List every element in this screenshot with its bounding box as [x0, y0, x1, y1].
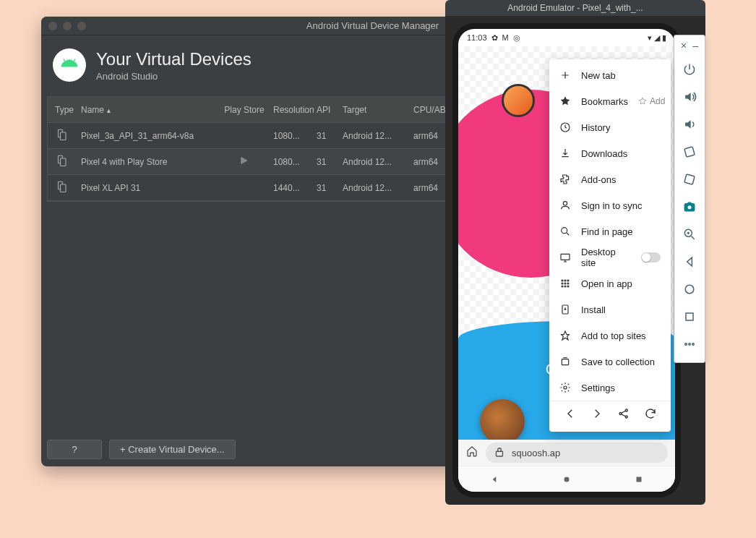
plus-icon	[559, 69, 571, 81]
device-type-icon	[48, 128, 77, 143]
gear-status-icon: ✿	[491, 33, 498, 43]
phone-frame: 11:03 ✿ M ◎ ▾ ◢ ▮ Or try	[458, 29, 675, 492]
menu-top-sites[interactable]: Add to top sites	[549, 323, 671, 349]
screenshot-button[interactable]	[674, 193, 705, 221]
svg-point-24	[625, 416, 627, 418]
share-icon[interactable]	[617, 407, 630, 423]
back-button[interactable]	[674, 248, 705, 276]
menu-addons[interactable]: Add-ons	[549, 166, 671, 192]
target: Android 12...	[338, 157, 409, 167]
install-icon	[559, 304, 571, 315]
menu-history[interactable]: History	[549, 114, 671, 140]
menu-settings[interactable]: Settings	[549, 375, 671, 401]
svg-point-21	[564, 386, 567, 389]
lock-icon	[493, 445, 506, 461]
svg-rect-20	[562, 359, 568, 365]
svg-point-22	[619, 413, 622, 415]
nav-home-icon[interactable]	[562, 474, 572, 484]
power-button[interactable]	[674, 56, 705, 83]
sample-thumbnail[interactable]	[480, 399, 525, 440]
circle-status-icon: ◎	[513, 33, 520, 43]
menu-desktop-site[interactable]: Desktop site	[549, 244, 671, 270]
puzzle-icon	[559, 174, 571, 185]
close-emulator-icon[interactable]: ×	[681, 40, 687, 51]
address-bar[interactable]: squoosh.ap	[486, 443, 668, 463]
resolution: 1440...	[269, 183, 314, 193]
nav-back-icon[interactable]	[489, 474, 499, 484]
minimize-icon[interactable]	[63, 22, 72, 30]
maximize-icon[interactable]	[77, 22, 86, 30]
grid-icon	[559, 278, 571, 289]
menu-collection[interactable]: Save to collection	[549, 349, 671, 375]
device-type-icon	[48, 154, 77, 169]
svg-point-33	[685, 285, 694, 294]
svg-rect-3	[61, 158, 66, 166]
svg-rect-9	[561, 254, 570, 260]
col-resolution[interactable]: Resolution	[269, 105, 314, 115]
volume-up-button[interactable]	[674, 83, 705, 111]
svg-point-18	[567, 286, 569, 287]
svg-point-11	[564, 280, 566, 281]
create-device-button[interactable]: + Create Virtual Device...	[109, 440, 236, 459]
page-title: Your Virtual Devices	[96, 49, 252, 69]
svg-rect-27	[637, 477, 642, 482]
svg-point-12	[567, 280, 569, 281]
star-icon	[559, 95, 571, 107]
play-store-icon	[220, 155, 269, 168]
more-button[interactable]	[674, 330, 705, 358]
avd-footer: ? + Create Virtual Device...	[47, 440, 236, 459]
col-type[interactable]: Type	[48, 105, 77, 115]
help-button[interactable]: ?	[47, 440, 102, 459]
pin-icon	[559, 330, 571, 341]
api-level: 31	[314, 183, 338, 193]
desktop-toggle[interactable]	[641, 252, 661, 262]
svg-point-8	[562, 228, 567, 234]
resolution: 1080...	[269, 157, 314, 167]
gear-icon	[559, 382, 571, 393]
col-target[interactable]: Target	[338, 105, 409, 115]
rotate-left-button[interactable]	[674, 138, 705, 166]
reload-icon[interactable]	[644, 407, 657, 423]
url-text: squoosh.ap	[512, 448, 560, 458]
url-bar: squoosh.ap	[458, 440, 675, 466]
menu-bookmarks[interactable]: BookmarksAdd	[549, 88, 671, 114]
col-name[interactable]: Name▲	[77, 105, 220, 115]
page-subtitle: Android Studio	[96, 71, 252, 82]
device-name: Pixel_3a_API_31_arm64-v8a	[77, 131, 220, 141]
avatar[interactable]	[502, 84, 535, 117]
zoom-button[interactable]	[674, 221, 705, 248]
svg-point-10	[562, 280, 563, 281]
wifi-icon: ▾	[648, 33, 652, 43]
home-icon[interactable]	[465, 445, 478, 461]
resolution: 1080...	[269, 131, 314, 141]
menu-find[interactable]: Find in page	[549, 218, 671, 244]
signal-icon: ◢	[654, 33, 660, 43]
target: Android 12...	[338, 131, 409, 141]
svg-point-15	[567, 283, 569, 284]
forward-icon[interactable]	[590, 407, 603, 423]
add-bookmark[interactable]: Add	[638, 96, 665, 106]
api-level: 31	[314, 131, 338, 141]
device-type-icon	[48, 180, 77, 195]
minimize-emulator-icon[interactable]: –	[692, 40, 698, 51]
rotate-right-button[interactable]	[674, 166, 705, 193]
status-bar: 11:03 ✿ M ◎ ▾ ◢ ▮	[458, 29, 675, 46]
svg-point-23	[625, 409, 627, 411]
nav-recent-icon[interactable]	[634, 474, 644, 484]
volume-down-button[interactable]	[674, 111, 705, 138]
menu-signin[interactable]: Sign in to sync	[549, 192, 671, 218]
home-button[interactable]	[674, 276, 705, 303]
svg-rect-1	[61, 132, 66, 140]
browser-menu: New tab BookmarksAdd History Downloads A…	[549, 59, 671, 432]
svg-point-14	[564, 283, 566, 284]
menu-install[interactable]: Install	[549, 296, 671, 323]
emulator-titlebar: Android Emulator - Pixel_4_with_...	[445, 0, 705, 16]
menu-open-app[interactable]: Open in app	[549, 270, 671, 296]
overview-button[interactable]	[674, 303, 705, 330]
col-api[interactable]: API	[314, 105, 338, 115]
menu-downloads[interactable]: Downloads	[549, 140, 671, 166]
close-icon[interactable]	[48, 22, 57, 30]
col-play-store[interactable]: Play Store	[220, 105, 269, 115]
menu-new-tab[interactable]: New tab	[549, 62, 671, 88]
back-icon[interactable]	[564, 407, 577, 423]
